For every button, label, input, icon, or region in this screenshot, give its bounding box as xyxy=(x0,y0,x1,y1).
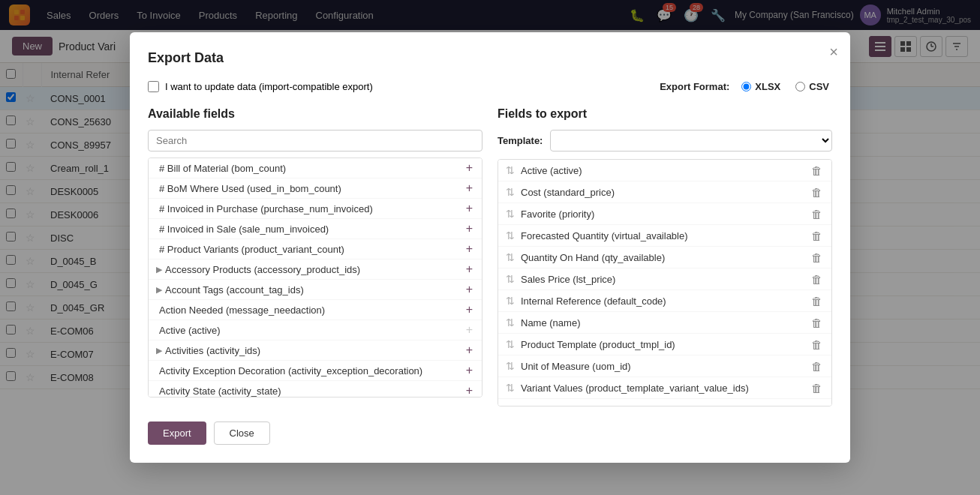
import-compatible-checkbox[interactable] xyxy=(148,81,159,92)
format-csv-label[interactable]: CSV xyxy=(809,81,829,92)
available-field-item[interactable]: Active (active) + xyxy=(149,320,482,340)
available-field-item[interactable]: # Invoiced in Purchase (purchase_num_inv… xyxy=(149,199,482,219)
delete-field-btn[interactable]: 🗑 xyxy=(810,274,824,285)
import-compatible-label[interactable]: I want to update data (import-compatible… xyxy=(165,81,373,92)
format-xlsx-label[interactable]: XLSX xyxy=(755,81,780,92)
available-field-item[interactable]: ▶ Accessory Products (accessory_product_… xyxy=(149,260,482,280)
add-field-btn[interactable]: + xyxy=(464,243,474,255)
export-field-item: ⇅ Sales Price (lst_price) 🗑 xyxy=(498,268,831,290)
add-field-btn[interactable]: + xyxy=(464,304,474,316)
dialog-title: Export Data xyxy=(148,50,832,66)
field-label: Activities (activity_ids) xyxy=(165,345,260,356)
export-field-item: ⇅ Variant Values (product_template_varia… xyxy=(498,377,831,399)
template-label: Template: xyxy=(498,135,543,146)
export-dialog: Export Data × I want to update data (imp… xyxy=(130,32,850,463)
drag-handle-icon[interactable]: ⇅ xyxy=(506,316,515,328)
delete-field-btn[interactable]: 🗑 xyxy=(810,404,824,407)
drag-handle-icon[interactable]: ⇅ xyxy=(506,404,515,406)
drag-handle-icon[interactable]: ⇅ xyxy=(506,251,515,263)
add-field-btn[interactable]: + xyxy=(464,223,474,235)
export-field-label: Variant Values (product_template_variant… xyxy=(521,382,749,394)
field-expand-icon: ▶ xyxy=(156,346,162,356)
export-field-label: Sales Price (lst_price) xyxy=(521,274,615,285)
add-field-btn[interactable]: + xyxy=(464,202,474,214)
add-field-btn[interactable]: + xyxy=(464,263,474,275)
close-button[interactable]: Close xyxy=(214,422,270,445)
available-field-item[interactable]: Activity State (activity_state) + xyxy=(149,381,482,398)
drag-handle-icon[interactable]: ⇅ xyxy=(506,338,515,350)
delete-field-btn[interactable]: 🗑 xyxy=(810,361,824,372)
available-field-item[interactable]: ▶ Account Tags (account_tag_ids) + xyxy=(149,280,482,300)
drag-handle-icon[interactable]: ⇅ xyxy=(506,164,515,176)
add-field-btn[interactable]: + xyxy=(464,162,474,174)
format-xlsx-radio[interactable] xyxy=(741,82,751,92)
format-csv-item[interactable]: CSV xyxy=(795,81,832,92)
drag-handle-icon[interactable]: ⇅ xyxy=(506,382,515,394)
add-field-btn[interactable]: + xyxy=(464,364,474,376)
export-field-label: Active (active) xyxy=(521,165,582,176)
field-label: Accessory Products (accessory_product_id… xyxy=(165,264,360,275)
export-field-label: Quantity On Hand (qty_available) xyxy=(521,252,665,263)
delete-field-btn[interactable]: 🗑 xyxy=(810,208,824,220)
format-radio-group: XLSX CSV xyxy=(741,81,832,92)
format-xlsx-item[interactable]: XLSX xyxy=(741,81,783,92)
export-field-label: Unit of Measure (uom_id) xyxy=(521,361,631,372)
drag-handle-icon[interactable]: ⇅ xyxy=(506,186,515,198)
available-field-item[interactable]: Action Needed (message_needaction) + xyxy=(149,300,482,320)
add-field-btn[interactable]: + xyxy=(464,182,474,194)
available-fields-column: Available fields # Bill of Material (bom… xyxy=(148,107,482,406)
export-field-label: Cost (standard_price) xyxy=(521,187,615,198)
export-field-item: ⇅ Name (name) 🗑 xyxy=(498,312,831,334)
dialog-footer: Export Close xyxy=(148,422,832,445)
delete-field-btn[interactable]: 🗑 xyxy=(810,382,824,394)
field-label: Action Needed (message_needaction) xyxy=(159,304,325,316)
export-field-label: Favorite (priority) xyxy=(521,208,594,220)
template-row: Template: xyxy=(498,130,832,152)
import-check-row: I want to update data (import-compatible… xyxy=(148,81,636,92)
export-field-label: Forecasted Quantity (virtual_available) xyxy=(521,230,688,242)
delete-field-btn[interactable]: 🗑 xyxy=(810,339,824,350)
available-field-item[interactable]: ▶ Activities (activity_ids) + xyxy=(149,340,482,361)
export-field-label: Website (website_id) xyxy=(521,404,611,407)
add-field-btn[interactable]: + xyxy=(464,344,474,356)
export-button[interactable]: Export xyxy=(148,422,206,445)
available-field-item[interactable]: # Product Variants (product_variant_coun… xyxy=(149,239,482,260)
delete-field-btn[interactable]: 🗑 xyxy=(810,252,824,263)
drag-handle-icon[interactable]: ⇅ xyxy=(506,208,515,220)
field-expand-icon: ▶ xyxy=(156,285,162,295)
field-label: # Product Variants (product_variant_coun… xyxy=(159,244,344,255)
available-field-item[interactable]: # Bill of Material (bom_count) + xyxy=(149,158,482,178)
format-csv-radio[interactable] xyxy=(795,82,805,92)
search-input[interactable] xyxy=(148,130,482,152)
export-field-item: ⇅ Internal Reference (default_code) 🗑 xyxy=(498,290,831,312)
export-field-label: Name (name) xyxy=(521,317,580,328)
add-field-btn[interactable]: + xyxy=(464,284,474,296)
delete-field-btn[interactable]: 🗑 xyxy=(810,187,824,198)
add-field-btn[interactable]: + xyxy=(464,385,474,397)
available-field-item[interactable]: # Invoiced in Sale (sale_num_invoiced) + xyxy=(149,219,482,239)
available-fields-title: Available fields xyxy=(148,107,482,121)
field-label: # Invoiced in Purchase (purchase_num_inv… xyxy=(159,203,373,214)
field-label: # Bill of Material (bom_count) xyxy=(159,163,286,174)
available-field-item[interactable]: # BoM Where Used (used_in_bom_count) + xyxy=(149,178,482,199)
dialog-close-btn[interactable]: × xyxy=(829,44,838,59)
drag-handle-icon[interactable]: ⇅ xyxy=(506,360,515,372)
dialog-overlay[interactable]: Export Data × I want to update data (imp… xyxy=(0,0,980,495)
template-select[interactable] xyxy=(550,130,832,152)
export-field-item: ⇅ Cost (standard_price) 🗑 xyxy=(498,182,831,203)
delete-field-btn[interactable]: 🗑 xyxy=(810,296,824,307)
available-field-item[interactable]: Activity Exception Decoration (activity_… xyxy=(149,361,482,381)
drag-handle-icon[interactable]: ⇅ xyxy=(506,230,515,242)
export-field-item: ⇅ Unit of Measure (uom_id) 🗑 xyxy=(498,356,831,377)
delete-field-btn[interactable]: 🗑 xyxy=(810,165,824,176)
drag-handle-icon[interactable]: ⇅ xyxy=(506,295,515,307)
dialog-columns: Available fields # Bill of Material (bom… xyxy=(148,107,832,406)
field-label: Activity Exception Decoration (activity_… xyxy=(159,365,422,376)
dialog-top-row: I want to update data (import-compatible… xyxy=(148,81,832,92)
delete-field-btn[interactable]: 🗑 xyxy=(810,230,824,242)
delete-field-btn[interactable]: 🗑 xyxy=(810,317,824,328)
fields-to-export-column: Fields to export Template: ⇅ Active (act… xyxy=(498,107,832,406)
drag-handle-icon[interactable]: ⇅ xyxy=(506,273,515,285)
export-field-item: ⇅ Website (website_id) 🗑 xyxy=(498,399,831,406)
export-field-item: ⇅ Favorite (priority) 🗑 xyxy=(498,203,831,225)
